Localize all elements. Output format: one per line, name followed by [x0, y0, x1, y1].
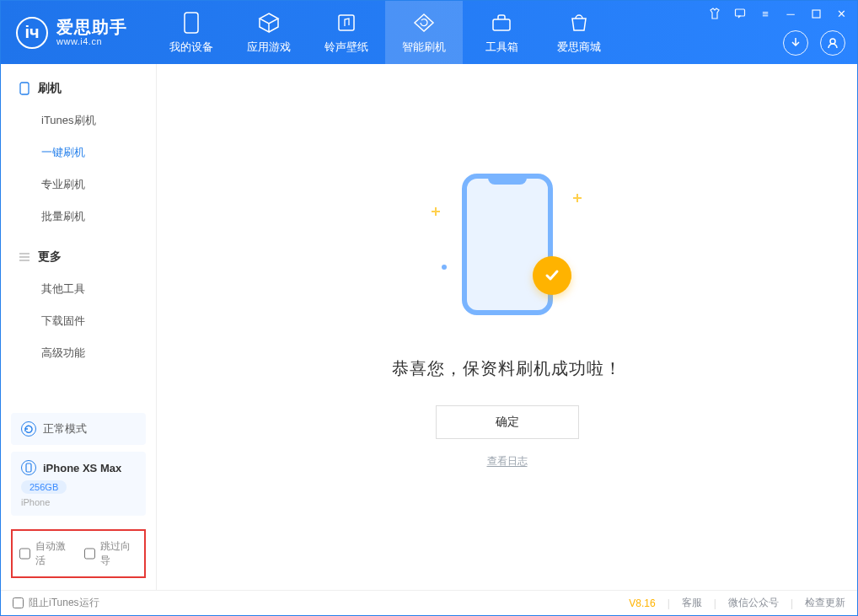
store-icon	[567, 11, 591, 35]
success-message: 恭喜您，保资料刷机成功啦！	[392, 357, 622, 380]
section-header-more: 更多	[1, 246, 156, 273]
section-header-flash: 刷机	[1, 78, 156, 104]
account-button[interactable]	[820, 30, 845, 56]
sidebar-item-pro-flash[interactable]: 专业刷机	[1, 169, 156, 201]
phone-icon	[18, 82, 31, 95]
device-icon	[21, 460, 36, 475]
sidebar-item-advanced[interactable]: 高级功能	[1, 337, 156, 369]
sidebar-item-other-tools[interactable]: 其他工具	[1, 273, 156, 305]
nav-tab-store[interactable]: 爱思商城	[540, 1, 618, 64]
version-label[interactable]: V8.16	[629, 597, 655, 609]
view-log-link[interactable]: 查看日志	[487, 454, 528, 469]
skip-guide-label: 跳过向导	[100, 539, 137, 568]
nav-label: 工具箱	[485, 40, 518, 55]
sidebar-item-batch-flash[interactable]: 批量刷机	[1, 201, 156, 233]
cube-icon	[257, 11, 281, 35]
svg-rect-1	[339, 15, 354, 30]
download-button[interactable]	[783, 30, 808, 56]
success-illustration	[423, 174, 592, 317]
window-controls: ≡ ─ ✕	[705, 4, 850, 23]
logo-icon: iч	[16, 17, 48, 49]
footer-link-update[interactable]: 检查更新	[805, 596, 845, 610]
maximize-button[interactable]	[807, 4, 825, 23]
flash-options-row: 自动激活 跳过向导	[11, 529, 146, 578]
header-actions	[783, 30, 845, 56]
device-type: iPhone	[21, 497, 136, 507]
sparkle-icon	[432, 207, 440, 216]
checkbox-skip-guide[interactable]: 跳过向导	[84, 539, 137, 568]
sidebar-item-itunes-flash[interactable]: iTunes刷机	[1, 104, 156, 137]
footer-link-support[interactable]: 客服	[682, 596, 702, 610]
section-title: 刷机	[38, 81, 62, 96]
nav-tab-flash[interactable]: 智能刷机	[385, 1, 463, 64]
app-name: 爱思助手	[56, 18, 127, 36]
checkbox-block-itunes[interactable]: 阻止iTunes运行	[13, 596, 99, 610]
device-icon	[180, 11, 203, 35]
status-bar: 阻止iTunes运行 V8.16 | 客服 | 微信公众号 | 检查更新	[1, 590, 857, 615]
svg-rect-7	[26, 463, 31, 472]
svg-rect-4	[812, 10, 820, 18]
dot-icon	[442, 265, 447, 270]
block-itunes-check[interactable]	[13, 597, 24, 608]
minimize-button[interactable]: ─	[781, 4, 800, 23]
nav-tab-device[interactable]: 我的设备	[153, 1, 230, 64]
check-badge-icon	[533, 256, 571, 295]
svg-rect-6	[20, 83, 29, 94]
skip-guide-check[interactable]	[84, 548, 95, 560]
svg-rect-3	[736, 9, 745, 16]
title-bar: iч 爱思助手 www.i4.cn 我的设备 应用游戏 铃声壁纸 智能刷机 工具…	[1, 1, 857, 64]
device-panel[interactable]: iPhone XS Max 256GB iPhone	[11, 452, 146, 516]
music-icon	[335, 11, 358, 35]
mode-icon	[21, 421, 36, 437]
svg-rect-2	[493, 19, 510, 30]
section-title: 更多	[38, 249, 62, 265]
device-name: iPhone XS Max	[43, 462, 121, 474]
nav-tab-ringtone[interactable]: 铃声壁纸	[308, 1, 385, 64]
close-button[interactable]: ✕	[832, 4, 850, 23]
phone-graphic	[462, 174, 553, 315]
menu-icon[interactable]: ≡	[756, 4, 775, 23]
device-mode-card[interactable]: 正常模式	[11, 413, 146, 445]
nav-tab-apps[interactable]: 应用游戏	[230, 1, 308, 64]
main-content: 恭喜您，保资料刷机成功啦！ 确定 查看日志	[157, 64, 857, 590]
svg-rect-0	[185, 13, 198, 33]
block-itunes-label: 阻止iTunes运行	[29, 596, 99, 610]
nav-label: 铃声壁纸	[324, 40, 368, 55]
feedback-icon[interactable]	[731, 4, 749, 23]
nav-label: 智能刷机	[402, 40, 446, 55]
checkbox-auto-activate[interactable]: 自动激活	[19, 539, 72, 568]
footer-link-wechat[interactable]: 微信公众号	[728, 596, 779, 610]
nav-label: 爱思商城	[557, 40, 601, 55]
ok-button[interactable]: 确定	[436, 405, 579, 439]
sidebar-item-download-firmware[interactable]: 下载固件	[1, 305, 156, 337]
toolbox-icon	[490, 11, 513, 35]
nav-tab-tools[interactable]: 工具箱	[463, 1, 540, 64]
skin-icon[interactable]	[705, 4, 724, 23]
device-capacity: 256GB	[21, 480, 67, 494]
auto-activate-label: 自动激活	[35, 539, 72, 568]
menu-lines-icon	[18, 250, 31, 264]
auto-activate-check[interactable]	[19, 548, 30, 560]
sidebar-item-oneclick-flash[interactable]: 一键刷机	[1, 137, 156, 169]
sparkle-icon	[573, 194, 582, 202]
app-sub: www.i4.cn	[56, 36, 127, 46]
nav-label: 我的设备	[169, 40, 213, 55]
nav-label: 应用游戏	[247, 40, 291, 55]
refresh-icon	[412, 11, 436, 35]
main-nav: 我的设备 应用游戏 铃声壁纸 智能刷机 工具箱 爱思商城	[153, 1, 618, 64]
sidebar: 刷机 iTunes刷机 一键刷机 专业刷机 批量刷机 更多 其他工具 下载固件 …	[1, 64, 157, 590]
app-logo: iч 爱思助手 www.i4.cn	[1, 1, 153, 64]
device-mode-label: 正常模式	[43, 421, 87, 437]
svg-point-5	[830, 39, 835, 44]
